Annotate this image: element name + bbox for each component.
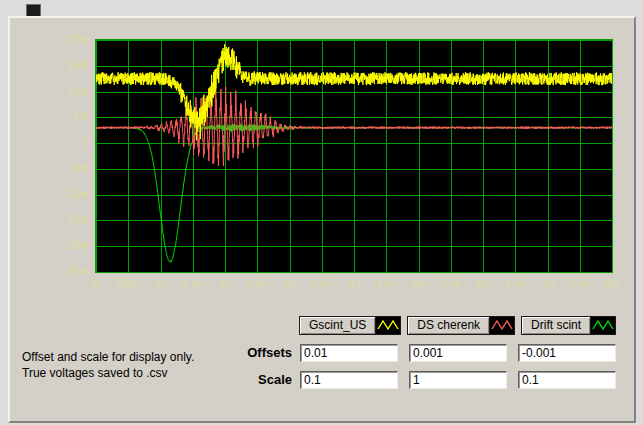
x-tick-label: 0 (93, 277, 99, 289)
scale-input-gscint-us[interactable] (300, 371, 398, 389)
x-tick-label: 7u (541, 277, 553, 289)
x-axis: 0500n1u1.5u2u2.5u3u3.5u4u4.5u5u5.5u6u6.5… (96, 277, 612, 291)
offset-input-gscint-us[interactable] (300, 344, 398, 362)
y-tick-label: -15m (48, 213, 89, 225)
labview-front-panel: 20m15m10m5m0-5m-10m-15m-20m-25m 0500n1u1… (0, 0, 643, 425)
legend-label[interactable]: Gscint_US (299, 316, 376, 335)
offset-input-ds-cherenk[interactable] (409, 344, 507, 362)
x-tick-label: 5.5u (440, 277, 461, 289)
x-tick-label: 2u (219, 277, 231, 289)
y-tick-label: 0 (48, 136, 89, 148)
scale-input-drift-scint[interactable] (518, 371, 616, 389)
x-tick-label: 8u (606, 277, 618, 289)
waveform-sample-icon[interactable] (376, 316, 401, 335)
y-tick-label: 20m (48, 33, 89, 45)
y-tick-label: -5m (48, 162, 89, 174)
x-tick-label: 4u (348, 277, 360, 289)
plot-legend: Gscint_US DS cherenk Drift scint (299, 316, 616, 335)
x-tick-label: 1.5u (182, 277, 203, 289)
scale-input-ds-cherenk[interactable] (409, 371, 507, 389)
x-tick-label: 1u (154, 277, 166, 289)
y-axis: 20m15m10m5m0-5m-10m-15m-20m-25m (48, 39, 92, 271)
legend-item-drift-scint[interactable]: Drift scint (521, 316, 616, 335)
y-tick-label: -20m (48, 239, 89, 251)
x-tick-label: 500n (116, 277, 140, 289)
waveform-sample-icon[interactable] (591, 316, 616, 335)
legend-item-ds-cherenk[interactable]: DS cherenk (407, 316, 515, 335)
legend-item-gscint-us[interactable]: Gscint_US (299, 316, 401, 335)
offset-input-drift-scint[interactable] (518, 344, 616, 362)
note-line-2: True voltages saved to .csv (22, 365, 194, 381)
legend-label[interactable]: Drift scint (521, 316, 591, 335)
y-tick-label: -25m (48, 265, 89, 277)
x-tick-label: 3u (283, 277, 295, 289)
y-tick-label: -10m (48, 188, 89, 200)
x-tick-label: 5u (412, 277, 424, 289)
y-tick-label: 10m (48, 85, 89, 97)
x-tick-label: 6.5u (505, 277, 526, 289)
y-tick-label: 5m (48, 110, 89, 122)
legend-label[interactable]: DS cherenk (407, 316, 490, 335)
note-text: Offset and scale for display only. True … (22, 349, 194, 381)
x-tick-label: 6u (477, 277, 489, 289)
y-tick-label: 15m (48, 59, 89, 71)
waveform-sample-icon[interactable] (490, 316, 515, 335)
x-tick-label: 3.5u (311, 277, 332, 289)
x-tick-label: 4.5u (376, 277, 397, 289)
x-tick-label: 7.5u (569, 277, 590, 289)
waveform-chart (95, 39, 613, 273)
x-tick-label: 2.5u (247, 277, 268, 289)
waveform-canvas (96, 40, 612, 272)
note-line-1: Offset and scale for display only. (22, 349, 194, 365)
